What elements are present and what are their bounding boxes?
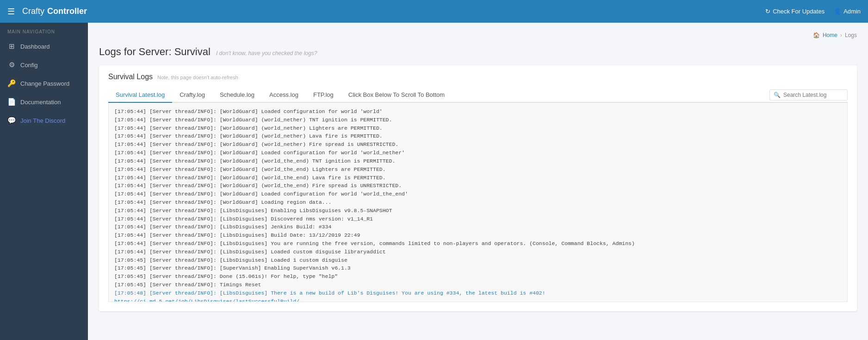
sidebar: MAIN NAVIGATION ⊞ Dashboard ⚙ Config 🔑 C… bbox=[0, 23, 88, 340]
admin-label: Admin bbox=[843, 8, 861, 15]
log-line: [17:05:45] [Server thread/INFO]: Done (1… bbox=[114, 272, 842, 281]
tab-ftp[interactable]: FTP.log bbox=[306, 88, 341, 103]
log-line: [17:05:44] [Server thread/INFO]: [WorldG… bbox=[114, 190, 842, 198]
brand: Crafty Controller bbox=[22, 6, 87, 16]
log-line: [17:05:44] [Server thread/INFO]: [WorldG… bbox=[114, 124, 842, 132]
docs-icon: 📄 bbox=[7, 98, 16, 106]
hamburger-icon[interactable]: ☰ bbox=[7, 6, 15, 17]
log-line: [17:05:44] [Server thread/INFO]: [LibsDi… bbox=[114, 248, 842, 256]
sidebar-item-label: Dashboard bbox=[20, 43, 50, 50]
log-line: [17:05:44] [Server thread/INFO]: [LibsDi… bbox=[114, 223, 842, 231]
log-line: [17:05:44] [Server thread/INFO]: [WorldG… bbox=[114, 157, 842, 165]
sidebar-item-dashboard[interactable]: ⊞ Dashboard bbox=[0, 37, 88, 56]
sidebar-item-label: Join The Discord bbox=[20, 117, 65, 124]
logs-card: Survival Logs Note, this page doesn't au… bbox=[99, 65, 857, 311]
log-line: [17:05:48] [Server thread/INFO]: [LibsDi… bbox=[114, 289, 842, 297]
search-box: 🔍 bbox=[769, 89, 848, 101]
log-line: [17:05:45] [Server thread/INFO]: [LibsDi… bbox=[114, 256, 842, 264]
main-content: 🏠 Home › Logs Logs for Server: Survival … bbox=[88, 23, 868, 340]
log-line: [17:05:44] [Server thread/INFO]: [LibsDi… bbox=[114, 239, 842, 248]
log-line: [17:05:44] [Server thread/INFO]: [LibsDi… bbox=[114, 207, 842, 215]
sidebar-nav-label: MAIN NAVIGATION bbox=[0, 23, 88, 37]
card-note: Note, this page doesn't auto-refresh bbox=[157, 75, 238, 80]
sidebar-item-documentation[interactable]: 📄 Documentation bbox=[0, 93, 88, 111]
brand-controller: Controller bbox=[47, 6, 87, 16]
tab-survival-latest[interactable]: Survival Latest.log bbox=[108, 88, 172, 103]
tabs: Survival Latest.log Crafty.log Schedule.… bbox=[108, 88, 848, 103]
log-line: [17:05:44] [Server thread/INFO]: [LibsDi… bbox=[114, 231, 842, 239]
search-input[interactable] bbox=[783, 92, 843, 98]
sidebar-item-config[interactable]: ⚙ Config bbox=[0, 56, 88, 74]
page-subtitle: I don't know, have you checked the logs? bbox=[216, 50, 317, 57]
log-line: [17:05:44] [Server thread/INFO]: [WorldG… bbox=[114, 182, 842, 190]
page-header: Logs for Server: Survival I don't know, … bbox=[99, 46, 857, 58]
breadcrumb-separator: › bbox=[840, 32, 842, 38]
dashboard-icon: ⊞ bbox=[7, 42, 16, 50]
navbar-right: ↻ Check For Updates 👤 Admin bbox=[765, 8, 861, 15]
sidebar-item-label: Documentation bbox=[20, 99, 61, 106]
sidebar-item-change-password[interactable]: 🔑 Change Password bbox=[0, 74, 88, 93]
log-area[interactable]: [17:05:44] [Server thread/INFO]: [WorldG… bbox=[108, 103, 848, 302]
tab-schedule[interactable]: Schedule.log bbox=[212, 88, 262, 103]
config-icon: ⚙ bbox=[7, 61, 16, 69]
log-line: https://ci.md-5.net/job/LibsDisguises/la… bbox=[114, 297, 842, 302]
log-line: [17:05:44] [Server thread/INFO]: [WorldG… bbox=[114, 132, 842, 140]
log-line: [17:05:44] [Server thread/INFO]: [WorldG… bbox=[114, 165, 842, 174]
navbar: ☰ Crafty Controller ↻ Check For Updates … bbox=[0, 0, 868, 23]
discord-icon: 💬 bbox=[7, 116, 16, 125]
check-updates-label: Check For Updates bbox=[773, 8, 825, 15]
refresh-icon: ↻ bbox=[765, 8, 770, 15]
log-line: [17:05:45] [Server thread/INFO]: [SuperV… bbox=[114, 264, 842, 272]
log-line: [17:05:44] [Server thread/INFO]: [WorldG… bbox=[114, 198, 842, 207]
sidebar-item-label: Config bbox=[20, 62, 38, 69]
log-line: [17:05:44] [Server thread/INFO]: [WorldG… bbox=[114, 107, 842, 116]
card-header: Survival Logs Note, this page doesn't au… bbox=[108, 73, 848, 81]
breadcrumb: 🏠 Home › Logs bbox=[813, 32, 857, 38]
sidebar-item-label: Change Password bbox=[20, 80, 69, 87]
user-icon: 👤 bbox=[834, 8, 841, 15]
admin-menu[interactable]: 👤 Admin bbox=[834, 8, 861, 15]
log-line: [17:05:44] [Server thread/INFO]: [LibsDi… bbox=[114, 215, 842, 223]
log-line: [17:05:44] [Server thread/INFO]: [WorldG… bbox=[114, 149, 842, 157]
tab-crafty[interactable]: Crafty.log bbox=[172, 88, 212, 103]
page-title: Logs for Server: Survival bbox=[99, 46, 211, 58]
brand-crafty: Crafty bbox=[22, 6, 44, 16]
tab-scroll[interactable]: Click Box Below To Scroll To Bottom bbox=[341, 88, 452, 103]
tab-access[interactable]: Access.log bbox=[262, 88, 306, 103]
home-icon: 🏠 bbox=[813, 32, 820, 38]
card-title: Survival Logs bbox=[108, 73, 153, 81]
breadcrumb-home[interactable]: Home bbox=[823, 32, 837, 38]
log-line: [17:05:44] [Server thread/INFO]: [WorldG… bbox=[114, 116, 842, 124]
breadcrumb-current: Logs bbox=[845, 32, 857, 38]
breadcrumb-bar: 🏠 Home › Logs bbox=[99, 32, 857, 38]
search-icon: 🔍 bbox=[774, 92, 781, 98]
password-icon: 🔑 bbox=[7, 79, 16, 88]
check-updates-button[interactable]: ↻ Check For Updates bbox=[765, 8, 825, 15]
log-line: [17:05:45] [Server thread/INFO]: Timings… bbox=[114, 281, 842, 289]
log-line: [17:05:44] [Server thread/INFO]: [WorldG… bbox=[114, 174, 842, 182]
log-line: [17:05:44] [Server thread/INFO]: [WorldG… bbox=[114, 140, 842, 149]
sidebar-item-discord[interactable]: 💬 Join The Discord bbox=[0, 111, 88, 130]
